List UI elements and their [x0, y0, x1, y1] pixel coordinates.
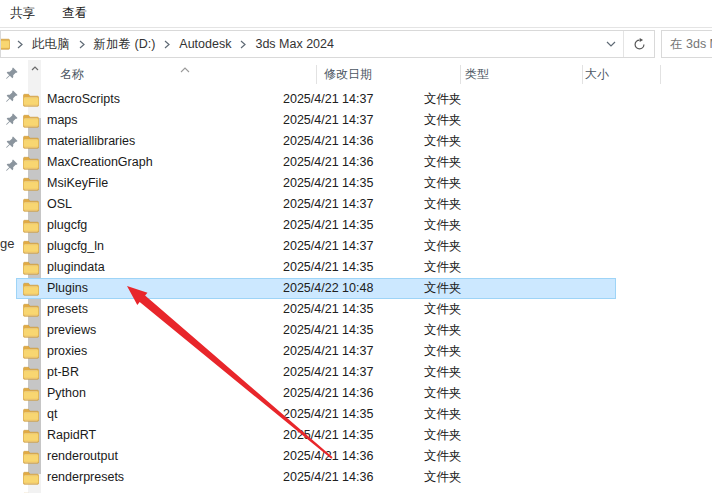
file-date-modified: 2025/4/21 14:35 [283, 173, 373, 194]
folder-icon [23, 92, 39, 107]
main-content: ge 名称 修改日期 类型 大小 MacroScr [0, 60, 712, 493]
folder-icon [23, 449, 39, 464]
breadcrumb-item-this-pc[interactable]: 此电脑 [30, 36, 72, 53]
file-date-modified: 2025/4/21 14:35 [283, 320, 373, 341]
file-date-modified: 2025/4/21 14:36 [283, 131, 373, 152]
file-name: presets [47, 299, 88, 320]
column-divider[interactable] [660, 65, 661, 84]
file-name: MaxCreationGraph [47, 152, 153, 173]
column-header-date-modified[interactable]: 修改日期 [324, 60, 372, 89]
file-name: plugcfg [47, 215, 87, 236]
file-type: 文件夹 [424, 257, 462, 278]
chevron-right-icon [233, 40, 253, 49]
column-divider[interactable] [316, 65, 317, 84]
table-row[interactable]: plugcfg 2025/4/21 14:35 文件夹 [16, 215, 616, 236]
file-date-modified: 2025/4/21 14:37 [283, 341, 373, 362]
file-date-modified: 2025/4/21 14:35 [283, 425, 373, 446]
table-row[interactable]: maps 2025/4/21 14:37 文件夹 [16, 110, 616, 131]
table-row[interactable]: presets 2025/4/21 14:35 文件夹 [16, 299, 616, 320]
file-date-modified: 2025/4/21 14:37 [283, 194, 373, 215]
file-type: 文件夹 [424, 320, 462, 341]
refresh-icon [633, 38, 646, 51]
file-name: Python [47, 383, 86, 404]
table-row[interactable]: RapidRT 2025/4/21 14:35 文件夹 [16, 425, 616, 446]
file-type: 文件夹 [424, 341, 462, 362]
folder-icon [23, 218, 39, 233]
table-row[interactable]: plugindata 2025/4/21 14:35 文件夹 [16, 257, 616, 278]
file-name: qt [47, 404, 57, 425]
folder-icon [23, 386, 39, 401]
nav-pane-truncated-label: ge [0, 236, 14, 251]
column-divider[interactable] [460, 65, 461, 84]
sort-ascending-icon [180, 62, 190, 76]
folder-icon [23, 470, 39, 485]
table-row[interactable]: qt 2025/4/21 14:35 文件夹 [16, 404, 616, 425]
file-type: 文件夹 [424, 299, 462, 320]
column-header-type[interactable]: 类型 [465, 60, 489, 89]
table-row[interactable]: OSL 2025/4/21 14:37 文件夹 [16, 194, 616, 215]
breadcrumb-item-3ds-max-2024[interactable]: 3ds Max 2024 [253, 37, 336, 51]
file-date-modified: 2025/4/21 14:37 [283, 362, 373, 383]
folder-icon [23, 113, 39, 128]
file-name: RapidRT [47, 425, 96, 446]
file-date-modified: 2025/4/21 14:37 [283, 236, 373, 257]
chevron-right-icon [72, 40, 92, 49]
folder-icon [23, 197, 39, 212]
chevron-down-icon [606, 41, 616, 47]
file-type: 文件夹 [424, 236, 462, 257]
table-row[interactable]: MacroScripts 2025/4/21 14:37 文件夹 [16, 89, 616, 110]
tab-view[interactable]: 查看 [62, 5, 87, 22]
breadcrumb-item-drive-d[interactable]: 新加卷 (D:) [92, 36, 158, 53]
table-row[interactable]: plugcfg_ln 2025/4/21 14:37 文件夹 [16, 236, 616, 257]
file-type: 文件夹 [424, 110, 462, 131]
column-header-name[interactable]: 名称 [60, 60, 84, 89]
table-row[interactable]: Python 2025/4/21 14:36 文件夹 [16, 383, 616, 404]
chevron-right-icon [10, 40, 30, 49]
table-row[interactable]: renderpresets 2025/4/21 14:36 文件夹 [16, 467, 616, 488]
file-type: 文件夹 [424, 173, 462, 194]
table-row[interactable]: MaxCreationGraph 2025/4/21 14:36 文件夹 [16, 152, 616, 173]
pin-icon [5, 67, 18, 80]
file-type: 文件夹 [424, 278, 462, 299]
scroll-up-button[interactable] [28, 60, 41, 77]
file-date-modified: 2025/4/21 14:37 [283, 89, 373, 110]
ribbon-tab-bar: 共享 查看 [0, 0, 712, 28]
table-row[interactable]: MsiKeyFile 2025/4/21 14:35 文件夹 [16, 173, 616, 194]
current-folder-icon [0, 35, 10, 54]
column-divider[interactable] [582, 65, 583, 84]
folder-icon [23, 428, 39, 443]
file-name: maps [47, 110, 78, 131]
table-row[interactable]: Plugins 2025/4/22 10:48 文件夹 [16, 278, 616, 299]
chevron-up-icon [31, 66, 39, 71]
file-date-modified: 2025/4/21 14:36 [283, 446, 373, 467]
table-row[interactable]: previews 2025/4/21 14:35 文件夹 [16, 320, 616, 341]
file-type: 文件夹 [424, 194, 462, 215]
file-date-modified: 2025/4/21 14:36 [283, 467, 373, 488]
file-explorer-window: 共享 查看 此电脑 新加卷 (D:) Autodesk [0, 0, 712, 493]
file-type: 文件夹 [424, 467, 462, 488]
file-type: 文件夹 [424, 131, 462, 152]
table-row[interactable] [16, 488, 616, 493]
file-name: materiallibraries [47, 131, 135, 152]
file-type: 文件夹 [424, 362, 462, 383]
file-name: proxies [47, 341, 87, 362]
folder-icon [23, 302, 39, 317]
file-type: 文件夹 [424, 215, 462, 236]
breadcrumb-item-autodesk[interactable]: Autodesk [177, 37, 233, 51]
table-row[interactable]: materiallibraries 2025/4/21 14:36 文件夹 [16, 131, 616, 152]
table-row[interactable]: proxies 2025/4/21 14:37 文件夹 [16, 341, 616, 362]
column-header-size[interactable]: 大小 [585, 60, 609, 89]
address-history-dropdown-button[interactable] [599, 31, 623, 57]
address-bar[interactable]: 此电脑 新加卷 (D:) Autodesk 3ds Max 2024 [0, 30, 655, 58]
table-row[interactable]: renderoutput 2025/4/21 14:36 文件夹 [16, 446, 616, 467]
tab-share[interactable]: 共享 [10, 5, 35, 22]
file-type: 文件夹 [424, 152, 462, 173]
table-row[interactable]: pt-BR 2025/4/21 14:37 文件夹 [16, 362, 616, 383]
folder-icon [23, 134, 39, 149]
file-name: Plugins [47, 278, 88, 299]
refresh-button[interactable] [624, 31, 654, 57]
search-input[interactable]: 在 3ds M [661, 30, 712, 58]
file-date-modified: 2025/4/22 10:48 [283, 278, 373, 299]
file-type: 文件夹 [424, 425, 462, 446]
file-name: plugindata [47, 257, 105, 278]
